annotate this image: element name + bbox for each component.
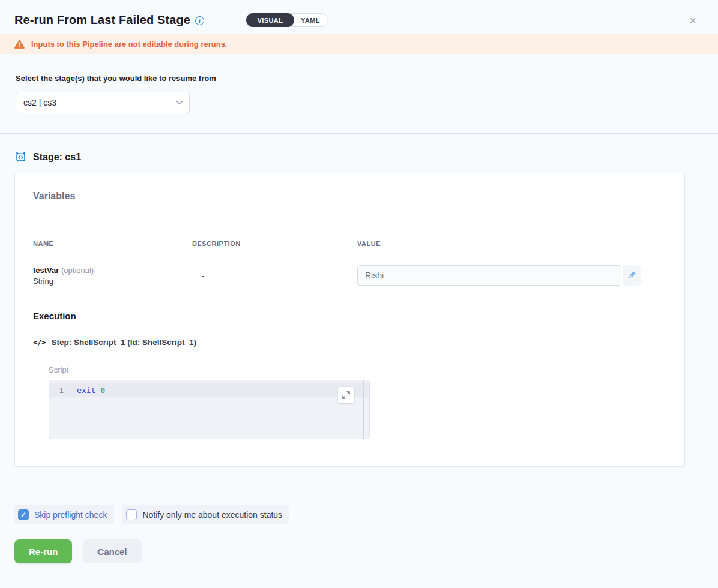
column-description: DESCRIPTION [192, 240, 357, 247]
cancel-button[interactable]: Cancel [83, 539, 141, 563]
variables-heading: Variables [33, 191, 666, 202]
column-name: NAME [33, 240, 192, 247]
step-label: Step: ShellScript_1 (Id: ShellScript_1) [51, 338, 196, 347]
editor-scrollbar[interactable] [363, 380, 364, 439]
tab-yaml[interactable]: YAML [293, 14, 328, 26]
variable-value-input[interactable] [357, 265, 621, 286]
rerun-button[interactable]: Re-run [14, 539, 72, 563]
table-row: testVar (optional) String - [33, 265, 666, 286]
custom-stage-icon [14, 151, 27, 163]
code-number: 0 [100, 386, 105, 395]
code-line: 1 exit 0 [49, 383, 369, 397]
chevron-down-icon [176, 100, 183, 105]
expand-editor-button[interactable] [338, 387, 354, 403]
stage-form-card: Variables NAME DESCRIPTION VALUE testVar… [14, 173, 685, 467]
skip-preflight-checkbox[interactable] [18, 509, 29, 520]
variable-optional-tag: (optional) [61, 266, 94, 275]
code-keyword: exit [77, 386, 95, 395]
pin-icon[interactable] [623, 265, 641, 286]
tab-visual[interactable]: VISUAL [246, 13, 294, 27]
code-step-icon: </> [33, 338, 45, 347]
variable-value-cell [357, 265, 666, 286]
notify-me-option[interactable]: Notify only me about execution status [122, 505, 289, 524]
stage-select-value: cs2 | cs3 [23, 98, 176, 107]
modal-actions: Re-run Cancel [14, 539, 718, 563]
notify-me-label: Notify only me about execution status [142, 510, 282, 520]
visual-yaml-toggle: VISUAL YAML [246, 13, 328, 27]
variable-type: String [33, 277, 192, 286]
variable-description: - [192, 271, 357, 280]
column-value: VALUE [357, 240, 666, 247]
stage-select-label: Select the stage(s) that you would like … [16, 74, 702, 83]
warning-banner: Inputs to this Pipeline are not editable… [0, 34, 718, 54]
info-icon[interactable]: i [195, 16, 204, 25]
modal-header: Re-run From Last Failed Stage i VISUAL Y… [0, 0, 718, 34]
step-header: </> Step: ShellScript_1 (Id: ShellScript… [33, 338, 666, 347]
page-title: Re-run From Last Failed Stage [14, 13, 190, 27]
stage-select-section: Select the stage(s) that you would like … [0, 54, 718, 133]
run-options: Skip preflight check Notify only me abou… [14, 505, 718, 524]
variable-name: testVar [33, 266, 59, 275]
line-number: 1 [49, 386, 77, 395]
notify-me-checkbox[interactable] [126, 509, 137, 520]
stage-select-dropdown[interactable]: cs2 | cs3 [16, 92, 190, 113]
script-code-editor[interactable]: 1 exit 0 [49, 380, 370, 439]
variable-name-cell: testVar (optional) String [33, 266, 192, 286]
script-field-label: Script [49, 365, 666, 374]
stage-title: Stage: cs1 [33, 152, 81, 163]
variables-table-header: NAME DESCRIPTION VALUE [33, 240, 666, 247]
skip-preflight-option[interactable]: Skip preflight check [14, 505, 114, 524]
skip-preflight-label: Skip preflight check [34, 510, 107, 520]
warning-text: Inputs to this Pipeline are not editable… [31, 40, 227, 49]
warning-triangle-icon [14, 40, 25, 49]
close-icon[interactable]: × [687, 12, 699, 29]
stage-section: Stage: cs1 Variables NAME DESCRIPTION VA… [0, 134, 718, 467]
execution-heading: Execution [33, 311, 666, 321]
